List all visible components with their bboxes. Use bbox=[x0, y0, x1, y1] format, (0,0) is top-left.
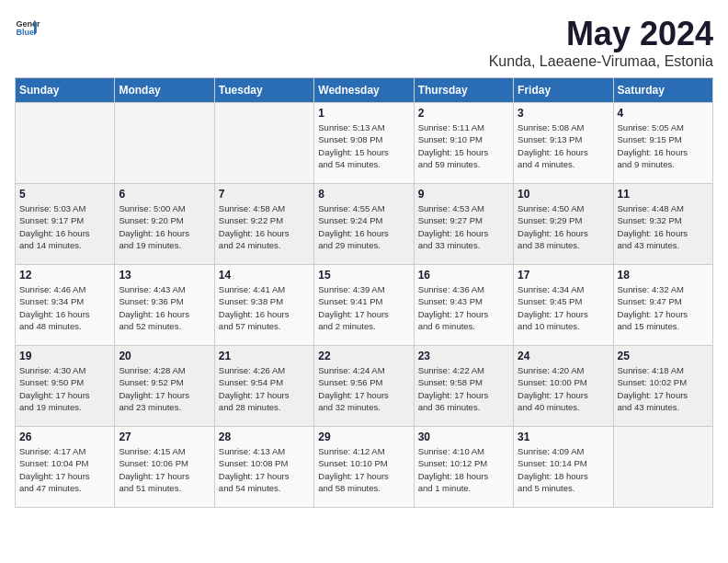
table-row bbox=[16, 103, 115, 184]
day-info: Sunrise: 4:15 AM Sunset: 10:06 PM Daylig… bbox=[119, 445, 210, 494]
day-info: Sunrise: 4:20 AM Sunset: 10:00 PM Daylig… bbox=[518, 364, 609, 413]
table-row: 20Sunrise: 4:28 AM Sunset: 9:52 PM Dayli… bbox=[115, 346, 214, 427]
table-row: 31Sunrise: 4:09 AM Sunset: 10:14 PM Dayl… bbox=[514, 427, 613, 508]
day-number: 24 bbox=[518, 350, 609, 362]
table-row: 24Sunrise: 4:20 AM Sunset: 10:00 PM Dayl… bbox=[514, 346, 613, 427]
header: General Blue May 2024 Kunda, Laeaene-Vir… bbox=[15, 15, 713, 70]
day-info: Sunrise: 4:55 AM Sunset: 9:24 PM Dayligh… bbox=[318, 202, 409, 251]
day-info: Sunrise: 5:13 AM Sunset: 9:08 PM Dayligh… bbox=[318, 121, 409, 170]
table-row bbox=[214, 103, 313, 184]
col-sunday: Sunday bbox=[16, 78, 115, 103]
table-row: 6Sunrise: 5:00 AM Sunset: 9:20 PM Daylig… bbox=[115, 184, 214, 265]
day-number: 22 bbox=[318, 350, 409, 362]
day-info: Sunrise: 4:28 AM Sunset: 9:52 PM Dayligh… bbox=[119, 364, 210, 413]
calendar-week-row: 1Sunrise: 5:13 AM Sunset: 9:08 PM Daylig… bbox=[16, 103, 713, 184]
day-info: Sunrise: 4:36 AM Sunset: 9:43 PM Dayligh… bbox=[418, 283, 509, 332]
day-number: 4 bbox=[618, 107, 709, 120]
table-row: 23Sunrise: 4:22 AM Sunset: 9:58 PM Dayli… bbox=[414, 346, 513, 427]
day-number: 1 bbox=[318, 107, 409, 120]
day-number: 25 bbox=[618, 350, 709, 362]
day-number: 15 bbox=[318, 269, 409, 282]
day-info: Sunrise: 4:30 AM Sunset: 9:50 PM Dayligh… bbox=[19, 364, 110, 413]
day-info: Sunrise: 4:18 AM Sunset: 10:02 PM Daylig… bbox=[618, 364, 709, 413]
day-info: Sunrise: 5:00 AM Sunset: 9:20 PM Dayligh… bbox=[119, 202, 210, 251]
calendar-week-row: 19Sunrise: 4:30 AM Sunset: 9:50 PM Dayli… bbox=[16, 346, 713, 427]
table-row: 29Sunrise: 4:12 AM Sunset: 10:10 PM Dayl… bbox=[314, 427, 414, 508]
calendar-week-row: 12Sunrise: 4:46 AM Sunset: 9:34 PM Dayli… bbox=[16, 265, 713, 346]
table-row: 5Sunrise: 5:03 AM Sunset: 9:17 PM Daylig… bbox=[16, 184, 115, 265]
table-row: 1Sunrise: 5:13 AM Sunset: 9:08 PM Daylig… bbox=[314, 103, 414, 184]
table-row: 17Sunrise: 4:34 AM Sunset: 9:45 PM Dayli… bbox=[514, 265, 613, 346]
day-info: Sunrise: 4:24 AM Sunset: 9:56 PM Dayligh… bbox=[318, 364, 409, 413]
day-number: 7 bbox=[219, 188, 310, 201]
day-number: 11 bbox=[618, 188, 709, 201]
day-number: 13 bbox=[119, 269, 210, 282]
table-row: 28Sunrise: 4:13 AM Sunset: 10:08 PM Dayl… bbox=[214, 427, 313, 508]
day-info: Sunrise: 4:48 AM Sunset: 9:32 PM Dayligh… bbox=[618, 202, 709, 251]
table-row: 8Sunrise: 4:55 AM Sunset: 9:24 PM Daylig… bbox=[314, 184, 414, 265]
table-row: 27Sunrise: 4:15 AM Sunset: 10:06 PM Dayl… bbox=[115, 427, 214, 508]
day-number: 3 bbox=[518, 107, 609, 120]
col-tuesday: Tuesday bbox=[214, 78, 313, 103]
day-info: Sunrise: 4:12 AM Sunset: 10:10 PM Daylig… bbox=[318, 445, 409, 494]
day-info: Sunrise: 4:41 AM Sunset: 9:38 PM Dayligh… bbox=[219, 283, 310, 332]
title-area: May 2024 Kunda, Laeaene-Virumaa, Estonia bbox=[489, 15, 713, 70]
table-row: 11Sunrise: 4:48 AM Sunset: 9:32 PM Dayli… bbox=[613, 184, 712, 265]
day-info: Sunrise: 5:05 AM Sunset: 9:15 PM Dayligh… bbox=[618, 121, 709, 170]
day-info: Sunrise: 4:09 AM Sunset: 10:14 PM Daylig… bbox=[518, 445, 609, 494]
table-row: 3Sunrise: 5:08 AM Sunset: 9:13 PM Daylig… bbox=[514, 103, 613, 184]
table-row: 19Sunrise: 4:30 AM Sunset: 9:50 PM Dayli… bbox=[16, 346, 115, 427]
day-info: Sunrise: 5:11 AM Sunset: 9:10 PM Dayligh… bbox=[418, 121, 509, 170]
day-number: 5 bbox=[19, 188, 110, 201]
day-info: Sunrise: 5:03 AM Sunset: 9:17 PM Dayligh… bbox=[19, 202, 110, 251]
table-row: 9Sunrise: 4:53 AM Sunset: 9:27 PM Daylig… bbox=[414, 184, 513, 265]
table-row: 16Sunrise: 4:36 AM Sunset: 9:43 PM Dayli… bbox=[414, 265, 513, 346]
day-info: Sunrise: 4:46 AM Sunset: 9:34 PM Dayligh… bbox=[19, 283, 110, 332]
day-info: Sunrise: 4:34 AM Sunset: 9:45 PM Dayligh… bbox=[518, 283, 609, 332]
table-row: 12Sunrise: 4:46 AM Sunset: 9:34 PM Dayli… bbox=[16, 265, 115, 346]
day-info: Sunrise: 4:58 AM Sunset: 9:22 PM Dayligh… bbox=[219, 202, 310, 251]
day-number: 17 bbox=[518, 269, 609, 282]
svg-text:General: General bbox=[16, 19, 40, 29]
day-number: 18 bbox=[618, 269, 709, 282]
day-number: 26 bbox=[19, 431, 110, 443]
day-number: 29 bbox=[318, 431, 409, 443]
day-info: Sunrise: 4:32 AM Sunset: 9:47 PM Dayligh… bbox=[618, 283, 709, 332]
day-number: 21 bbox=[219, 350, 310, 362]
day-number: 31 bbox=[518, 431, 609, 443]
table-row: 13Sunrise: 4:43 AM Sunset: 9:36 PM Dayli… bbox=[115, 265, 214, 346]
table-row: 15Sunrise: 4:39 AM Sunset: 9:41 PM Dayli… bbox=[314, 265, 414, 346]
calendar-week-row: 5Sunrise: 5:03 AM Sunset: 9:17 PM Daylig… bbox=[16, 184, 713, 265]
table-row: 14Sunrise: 4:41 AM Sunset: 9:38 PM Dayli… bbox=[214, 265, 313, 346]
day-number: 30 bbox=[418, 431, 509, 443]
table-row bbox=[115, 103, 214, 184]
table-row: 25Sunrise: 4:18 AM Sunset: 10:02 PM Dayl… bbox=[613, 346, 712, 427]
calendar-header-row: Sunday Monday Tuesday Wednesday Thursday… bbox=[16, 78, 713, 103]
table-row: 26Sunrise: 4:17 AM Sunset: 10:04 PM Dayl… bbox=[16, 427, 115, 508]
day-info: Sunrise: 4:50 AM Sunset: 9:29 PM Dayligh… bbox=[518, 202, 609, 251]
table-row: 4Sunrise: 5:05 AM Sunset: 9:15 PM Daylig… bbox=[613, 103, 712, 184]
day-number: 12 bbox=[19, 269, 110, 282]
table-row: 2Sunrise: 5:11 AM Sunset: 9:10 PM Daylig… bbox=[414, 103, 513, 184]
table-row: 21Sunrise: 4:26 AM Sunset: 9:54 PM Dayli… bbox=[214, 346, 313, 427]
calendar-week-row: 26Sunrise: 4:17 AM Sunset: 10:04 PM Dayl… bbox=[16, 427, 713, 508]
day-info: Sunrise: 4:43 AM Sunset: 9:36 PM Dayligh… bbox=[119, 283, 210, 332]
calendar-title: May 2024 bbox=[489, 15, 713, 53]
table-row: 7Sunrise: 4:58 AM Sunset: 9:22 PM Daylig… bbox=[214, 184, 313, 265]
day-number: 10 bbox=[518, 188, 609, 201]
table-row: 30Sunrise: 4:10 AM Sunset: 10:12 PM Dayl… bbox=[414, 427, 513, 508]
col-monday: Monday bbox=[115, 78, 214, 103]
day-number: 9 bbox=[418, 188, 509, 201]
logo: General Blue bbox=[15, 15, 40, 40]
day-number: 27 bbox=[119, 431, 210, 443]
table-row: 22Sunrise: 4:24 AM Sunset: 9:56 PM Dayli… bbox=[314, 346, 414, 427]
logo-icon: General Blue bbox=[15, 15, 40, 40]
day-info: Sunrise: 4:13 AM Sunset: 10:08 PM Daylig… bbox=[219, 445, 310, 494]
day-info: Sunrise: 4:26 AM Sunset: 9:54 PM Dayligh… bbox=[219, 364, 310, 413]
svg-text:Blue: Blue bbox=[16, 28, 34, 37]
day-number: 20 bbox=[119, 350, 210, 362]
day-info: Sunrise: 4:10 AM Sunset: 10:12 PM Daylig… bbox=[418, 445, 509, 494]
day-info: Sunrise: 5:08 AM Sunset: 9:13 PM Dayligh… bbox=[518, 121, 609, 170]
day-info: Sunrise: 4:17 AM Sunset: 10:04 PM Daylig… bbox=[19, 445, 110, 494]
col-thursday: Thursday bbox=[414, 78, 513, 103]
